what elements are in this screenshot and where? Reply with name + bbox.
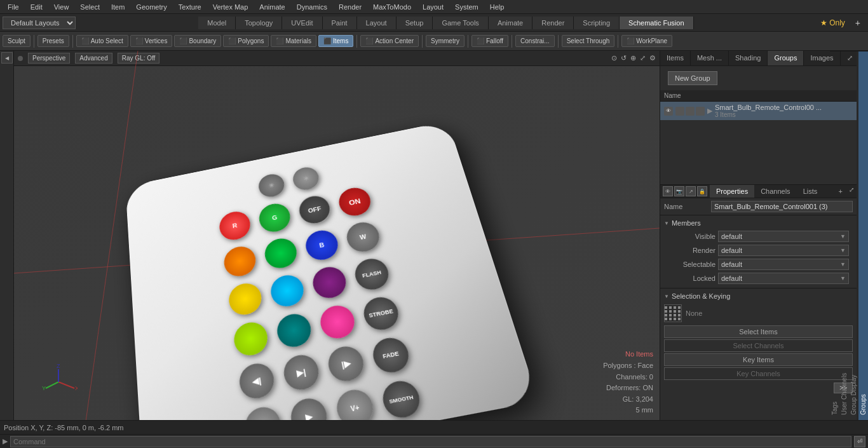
tab-render[interactable]: Render bbox=[532, 17, 574, 29]
menu-select[interactable]: Select bbox=[75, 2, 105, 12]
layout-dropdown[interactable]: Default Layouts bbox=[3, 17, 76, 29]
menu-item[interactable]: Item bbox=[106, 2, 130, 12]
bottom-bar: Position X, Y, Z: -85 mm, 0 m, -6.2 mm bbox=[0, 420, 868, 434]
remote-btn-vplus: V+ bbox=[334, 387, 376, 420]
groups-header: Name bbox=[660, 90, 857, 102]
menu-edit[interactable]: Edit bbox=[25, 2, 48, 12]
props-icon-lock[interactable]: 🔒 bbox=[697, 186, 707, 196]
tab-setup[interactable]: Setup bbox=[397, 17, 433, 29]
sep6 bbox=[512, 35, 512, 48]
tab-scripting[interactable]: Scripting bbox=[574, 17, 620, 29]
symmetry-btn[interactable]: Symmetry bbox=[426, 35, 465, 47]
boundary-btn[interactable]: ⬛ Boundary bbox=[174, 35, 221, 47]
prop-selectable-label: Selectable bbox=[668, 261, 715, 268]
remote-btn-prev: ◀| bbox=[238, 361, 276, 402]
panel-tab-shading[interactable]: Shading bbox=[729, 51, 768, 65]
left-side-btn-1[interactable]: ◀ bbox=[1, 52, 13, 64]
key-items-btn[interactable]: Key Items bbox=[664, 353, 853, 366]
menu-system[interactable]: System bbox=[450, 2, 484, 12]
remote-btn-on: ON bbox=[336, 185, 373, 218]
remote-btn-r: R bbox=[218, 209, 252, 243]
tab-game-tools[interactable]: Game Tools bbox=[433, 17, 489, 29]
props-tab-properties[interactable]: Properties bbox=[710, 185, 754, 198]
menu-maxtomodo[interactable]: MaxToModo bbox=[368, 2, 416, 12]
polygons-btn[interactable]: ⬛ Polygons bbox=[223, 35, 269, 47]
svg-line-0 bbox=[58, 382, 74, 388]
command-execute-btn[interactable]: ⏎ bbox=[854, 436, 865, 447]
sep7 bbox=[558, 35, 559, 48]
auto-select-btn[interactable]: ⬛ Auto Select bbox=[76, 35, 128, 47]
tab-paint[interactable]: Paint bbox=[323, 17, 357, 29]
items-btn[interactable]: ⬛ Items bbox=[318, 35, 353, 47]
action-center-btn[interactable]: ⬛ Action Center bbox=[360, 35, 419, 47]
star-only-btn[interactable]: ★ Only bbox=[817, 17, 849, 29]
workplane-btn[interactable]: ⬛ WorkPlane bbox=[621, 35, 672, 47]
props-icon-cam[interactable]: 📷 bbox=[674, 186, 684, 196]
props-icon-eye[interactable]: 👁 bbox=[663, 186, 673, 196]
layout-tabs: Model Topology UVEdit Paint Layout Setup… bbox=[76, 17, 817, 29]
panel-tab-groups[interactable]: Groups bbox=[768, 51, 804, 65]
props-tab-lists[interactable]: Lists bbox=[797, 185, 824, 198]
key-channels-btn[interactable]: Key Channels bbox=[664, 367, 853, 380]
vertices-btn[interactable]: ⬛ Vertices bbox=[130, 35, 173, 47]
props-tab-channels[interactable]: Channels bbox=[754, 185, 796, 198]
tab-topology[interactable]: Topology bbox=[236, 17, 282, 29]
remote-btn-play: ▶ bbox=[288, 395, 330, 420]
far-right-vtabs: Groups Group Display User Channels Tags bbox=[857, 51, 868, 420]
materials-btn[interactable]: ⬛ Materials bbox=[271, 35, 316, 47]
vtab-group-display[interactable]: Group Display bbox=[849, 51, 858, 420]
viewport[interactable]: Perspective Advanced Ray GL: Off ⊙ ↺ ⊕ ⤢… bbox=[14, 51, 660, 420]
command-input[interactable] bbox=[10, 436, 851, 447]
vp-icon-rotate[interactable]: ↺ bbox=[621, 54, 627, 62]
vp-icon-zoom[interactable]: ⊕ bbox=[630, 54, 636, 62]
prop-selectable: Selectable default ▼ bbox=[664, 257, 853, 271]
vp-icon-fit[interactable]: ⤢ bbox=[640, 54, 646, 62]
menu-view[interactable]: View bbox=[49, 2, 74, 12]
sep4 bbox=[422, 35, 423, 48]
menu-vertex-map[interactable]: Vertex Map bbox=[208, 2, 254, 12]
sculpt-btn[interactable]: Sculpt bbox=[3, 35, 31, 47]
menu-dynamics[interactable]: Dynamics bbox=[292, 2, 332, 12]
action-center-icon: ⬛ bbox=[365, 37, 373, 44]
vtab-groups[interactable]: Groups bbox=[858, 51, 868, 420]
menu-render[interactable]: Render bbox=[334, 2, 367, 12]
select-items-btn[interactable]: Select Items bbox=[664, 325, 853, 338]
new-group-button[interactable]: New Group bbox=[668, 71, 717, 85]
viewport-canvas[interactable]: ☀ ✶ R G OFF ON B W bbox=[14, 66, 660, 420]
props-icon-sel[interactable]: ↗ bbox=[686, 186, 696, 196]
advanced-btn[interactable]: Advanced bbox=[75, 53, 112, 64]
tab-animate[interactable]: Animate bbox=[489, 17, 532, 29]
menu-animate[interactable]: Animate bbox=[254, 2, 290, 12]
perspective-btn[interactable]: Perspective bbox=[28, 53, 70, 64]
vtab-user-channels[interactable]: User Channels bbox=[839, 51, 849, 420]
panel-tab-items[interactable]: Items bbox=[660, 51, 691, 65]
presets-btn[interactable]: Presets bbox=[37, 35, 69, 47]
menu-layout[interactable]: Layout bbox=[417, 2, 449, 12]
tab-uvedit[interactable]: UVEdit bbox=[282, 17, 322, 29]
vp-icon-camera[interactable]: ⊙ bbox=[611, 54, 617, 62]
add-layout-btn[interactable]: + bbox=[851, 17, 864, 29]
panel-tab-mesh[interactable]: Mesh ... bbox=[691, 51, 729, 65]
tab-model[interactable]: Model bbox=[198, 17, 236, 29]
remote-btn-flash: FLASH bbox=[352, 256, 391, 292]
ray-gl-btn[interactable]: Ray GL: Off bbox=[118, 53, 160, 64]
menu-geometry[interactable]: Geometry bbox=[131, 2, 172, 12]
vtab-tags[interactable]: Tags bbox=[830, 51, 839, 420]
svg-text:X: X bbox=[75, 385, 78, 391]
menu-help[interactable]: Help bbox=[485, 2, 510, 12]
group-item-0[interactable]: 👁 ▶ Smart_Bulb_Remote_Control00 ... 3 It… bbox=[660, 102, 857, 120]
vp-icon-settings[interactable]: ⚙ bbox=[649, 54, 656, 62]
remote-btn-strobe: STROBE bbox=[361, 294, 402, 332]
falloff-btn[interactable]: ⬛ Falloff bbox=[471, 35, 508, 47]
axis-indicator: X Y Z bbox=[39, 363, 78, 401]
tab-schematic-fusion[interactable]: Schematic Fusion bbox=[620, 17, 693, 29]
remote-btn-vminus: V- bbox=[243, 404, 283, 420]
select-through-btn[interactable]: Select Through bbox=[562, 35, 615, 47]
select-channels-btn[interactable]: Select Channels bbox=[664, 339, 853, 352]
prop-visible: Visible default ▼ bbox=[664, 229, 853, 243]
tab-layout[interactable]: Layout bbox=[357, 17, 397, 29]
group-eye-0[interactable]: 👁 bbox=[664, 107, 673, 116]
constraints-btn[interactable]: Constrai... bbox=[515, 35, 555, 47]
menu-texture[interactable]: Texture bbox=[173, 2, 207, 12]
menu-file[interactable]: File bbox=[3, 2, 24, 12]
